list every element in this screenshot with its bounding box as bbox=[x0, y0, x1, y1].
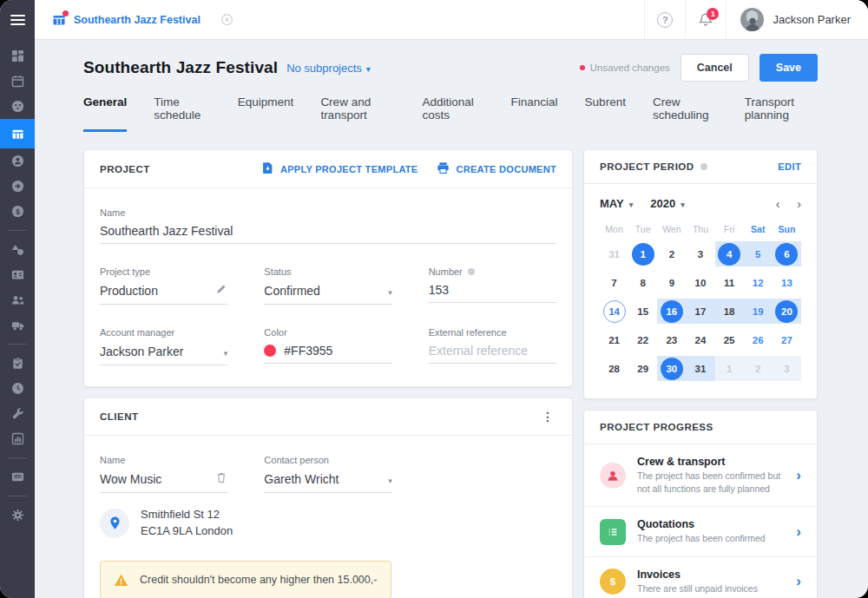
chevron-down-icon bbox=[681, 197, 685, 210]
sidebar-item-calendar[interactable] bbox=[0, 69, 35, 94]
calendar-day[interactable]: 17 bbox=[686, 299, 714, 324]
calendar-day[interactable]: 30 bbox=[657, 356, 686, 381]
calendar-day[interactable]: 16 bbox=[657, 299, 686, 324]
calendar-day[interactable]: 1 bbox=[715, 356, 744, 381]
calendar-day[interactable]: 9 bbox=[657, 270, 686, 295]
tab-transport-planning[interactable]: Transport planning bbox=[745, 95, 818, 132]
calendar-day[interactable]: 20 bbox=[773, 299, 801, 324]
calendar-day[interactable]: 15 bbox=[628, 299, 657, 324]
calendar-day[interactable]: 6 bbox=[773, 241, 801, 266]
calendar-day[interactable]: 13 bbox=[773, 270, 801, 295]
edit-period-button[interactable]: EDIT bbox=[778, 161, 801, 172]
calendar-day[interactable]: 1 bbox=[628, 241, 657, 266]
calendar-day[interactable]: 7 bbox=[600, 270, 628, 295]
prev-month-button[interactable] bbox=[776, 198, 780, 210]
sidebar-item-financial[interactable]: $ bbox=[0, 199, 35, 224]
account-manager-select[interactable]: Jackson Parker bbox=[100, 344, 227, 365]
sidebar-item-transport[interactable] bbox=[0, 312, 35, 338]
calendar-day[interactable]: 21 bbox=[600, 327, 628, 352]
calendar-day[interactable]: 10 bbox=[686, 270, 714, 295]
sidebar-item-tasks[interactable] bbox=[0, 351, 35, 376]
tab-crew-and-transport[interactable]: Crew and transport bbox=[320, 95, 395, 132]
tab-financial[interactable]: Financial bbox=[511, 95, 558, 132]
create-document-button[interactable]: CREATE DOCUMENT bbox=[437, 161, 556, 176]
calendar-day[interactable]: 25 bbox=[715, 327, 744, 352]
next-month-button[interactable] bbox=[797, 198, 801, 210]
progress-item-crew-transport[interactable]: Crew & transportThe project has been con… bbox=[584, 444, 817, 506]
project-type-value[interactable]: Production bbox=[100, 283, 227, 305]
calendar-day[interactable]: 3 bbox=[773, 356, 801, 381]
calendar-day[interactable]: 12 bbox=[744, 270, 773, 295]
sidebar-item-settings[interactable] bbox=[0, 503, 35, 528]
sidebar-item-time[interactable] bbox=[0, 376, 35, 401]
calendar-day[interactable]: 23 bbox=[657, 327, 686, 352]
progress-item-description: The project has been confirmed but not a… bbox=[637, 470, 785, 495]
subprojects-dropdown[interactable]: No subprojects bbox=[286, 62, 371, 75]
name-input[interactable] bbox=[100, 224, 556, 238]
pencil-icon[interactable] bbox=[215, 283, 227, 299]
day-header: Mon bbox=[600, 224, 628, 234]
calendar-day[interactable]: 19 bbox=[744, 299, 773, 324]
calendar-day[interactable]: 8 bbox=[628, 270, 657, 295]
open-project-tab[interactable]: Southearth Jazz Festival bbox=[35, 0, 247, 39]
sidebar-item-crew-card[interactable] bbox=[0, 262, 35, 287]
tab-additional-costs[interactable]: Additional costs bbox=[423, 95, 484, 132]
calendar-day[interactable]: 29 bbox=[628, 356, 657, 381]
svg-text:$: $ bbox=[610, 577, 616, 588]
sidebar-item-billing[interactable] bbox=[0, 464, 35, 490]
month-select[interactable]: MAY bbox=[600, 197, 633, 210]
calendar-day[interactable]: 24 bbox=[686, 327, 714, 352]
calendar-day[interactable]: 5 bbox=[744, 241, 773, 266]
year-select[interactable]: 2020 bbox=[650, 197, 684, 210]
cancel-button[interactable]: Cancel bbox=[681, 54, 749, 82]
help-button[interactable] bbox=[644, 0, 685, 39]
calendar-day[interactable]: 22 bbox=[628, 327, 657, 352]
sidebar-item-equipment[interactable] bbox=[0, 237, 35, 262]
calendar-day[interactable]: 31 bbox=[600, 241, 628, 266]
tab-subrent[interactable]: Subrent bbox=[585, 95, 626, 132]
kebab-menu-icon[interactable] bbox=[539, 410, 556, 424]
external-reference-input[interactable] bbox=[429, 344, 556, 358]
calendar-day[interactable]: 14 bbox=[600, 299, 628, 324]
sidebar-item-dashboard[interactable] bbox=[0, 43, 35, 69]
sidebar-item-repairs[interactable] bbox=[0, 401, 35, 426]
color-picker[interactable]: #FF3955 bbox=[264, 344, 391, 364]
close-tab-icon[interactable] bbox=[220, 13, 233, 26]
menu-button[interactable] bbox=[0, 0, 35, 40]
sidebar-item-projects[interactable] bbox=[0, 119, 35, 148]
apply-project-template-button[interactable]: APPLY PROJECT TEMPLATE bbox=[261, 161, 418, 176]
tab-general[interactable]: General bbox=[83, 95, 127, 132]
tab-crew-scheduling[interactable]: Crew scheduling bbox=[653, 95, 718, 132]
calendar-day[interactable]: 26 bbox=[744, 327, 773, 352]
project-progress-card: PROJECT PROGRESS Crew & transportThe pro… bbox=[583, 410, 818, 598]
calendar-day[interactable]: 2 bbox=[744, 356, 773, 381]
calendar-day[interactable]: 18 bbox=[715, 299, 744, 324]
trash-icon[interactable] bbox=[215, 471, 227, 487]
calendar-day[interactable]: 2 bbox=[657, 241, 686, 266]
sidebar-item-contacts[interactable] bbox=[0, 287, 35, 312]
calendar-day[interactable]: 27 bbox=[773, 327, 801, 352]
contact-person-select[interactable]: Gareth Wricht bbox=[264, 471, 391, 493]
sidebar-item-statistics[interactable] bbox=[0, 426, 35, 451]
user-menu[interactable]: Jackson Parker bbox=[726, 0, 868, 39]
sidebar-item-account[interactable] bbox=[0, 148, 35, 174]
sidebar-item-transfers[interactable] bbox=[0, 174, 35, 199]
tab-equipment[interactable]: Equipment bbox=[238, 95, 294, 132]
client-name-value[interactable]: Wow Music bbox=[100, 471, 227, 493]
calendar-day[interactable]: 11 bbox=[715, 270, 744, 295]
tab-time-schedule[interactable]: Time schedule bbox=[154, 95, 211, 132]
status-select[interactable]: Confirmed bbox=[264, 283, 391, 305]
location-pin-icon bbox=[100, 509, 129, 538]
calendar-day[interactable]: 4 bbox=[715, 241, 744, 266]
calendar-day[interactable]: 3 bbox=[686, 241, 714, 266]
calendar-day[interactable]: 31 bbox=[686, 356, 714, 381]
save-button[interactable]: Save bbox=[760, 54, 818, 82]
number-input[interactable] bbox=[429, 283, 556, 297]
progress-item-quotations[interactable]: QuotationsThe project has been confirmed bbox=[584, 506, 817, 556]
avatar bbox=[740, 8, 764, 31]
chevron-right-icon bbox=[796, 523, 801, 541]
calendar-day[interactable]: 28 bbox=[600, 356, 628, 381]
progress-item-invoices[interactable]: $InvoicesThere are still unpaid invoices bbox=[584, 556, 817, 598]
sidebar-item-modules[interactable] bbox=[0, 94, 35, 119]
notifications-button[interactable]: 1 bbox=[685, 0, 726, 39]
